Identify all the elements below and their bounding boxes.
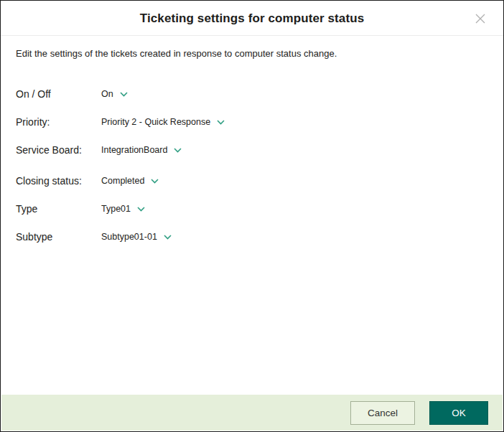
closing-status-label: Closing status: [16, 175, 101, 187]
on-off-dropdown[interactable]: On [101, 89, 128, 99]
dialog-body: Edit the settings of the tickets created… [1, 36, 503, 243]
ok-button[interactable]: OK [429, 401, 488, 425]
chevron-down-icon [174, 148, 182, 153]
cancel-button[interactable]: Cancel [350, 401, 415, 425]
row-type: Type Type01 [16, 202, 488, 215]
dialog-header: Ticketing settings for computer status [1, 1, 503, 36]
chevron-down-icon [164, 235, 172, 240]
dialog-title: Ticketing settings for computer status [1, 1, 503, 36]
subtype-label: Subtype [16, 231, 101, 243]
row-subtype: Subtype Subtype01-01 [16, 230, 488, 243]
service-board-label: Service Board: [16, 144, 101, 156]
type-value: Type01 [101, 204, 131, 214]
type-dropdown[interactable]: Type01 [101, 204, 145, 214]
on-off-label: On / Off [16, 88, 101, 100]
closing-status-value: Completed [101, 176, 144, 186]
close-button[interactable] [466, 1, 495, 36]
row-closing-status: Closing status: Completed [16, 174, 488, 187]
service-board-value: IntegrationBoard [101, 145, 167, 155]
chevron-down-icon [137, 207, 145, 212]
priority-dropdown[interactable]: Priority 2 - Quick Response [101, 117, 225, 127]
service-board-dropdown[interactable]: IntegrationBoard [101, 145, 182, 155]
chevron-down-icon [217, 120, 225, 125]
chevron-down-icon [151, 179, 159, 184]
priority-label: Priority: [16, 116, 101, 128]
close-icon [475, 14, 485, 24]
row-on-off: On / Off On [16, 88, 488, 100]
subtype-value: Subtype01-01 [101, 232, 157, 242]
closing-status-dropdown[interactable]: Completed [101, 176, 159, 186]
on-off-value: On [101, 89, 113, 99]
ticketing-settings-dialog: Ticketing settings for computer status E… [0, 0, 504, 432]
priority-value: Priority 2 - Quick Response [101, 117, 210, 127]
chevron-down-icon [120, 92, 128, 97]
row-service-board: Service Board: IntegrationBoard [16, 144, 488, 156]
row-priority: Priority: Priority 2 - Quick Response [16, 116, 488, 128]
subtype-dropdown[interactable]: Subtype01-01 [101, 232, 172, 242]
dialog-footer: Cancel OK [1, 395, 503, 431]
dialog-description: Edit the settings of the tickets created… [16, 48, 488, 59]
type-label: Type [16, 203, 101, 215]
